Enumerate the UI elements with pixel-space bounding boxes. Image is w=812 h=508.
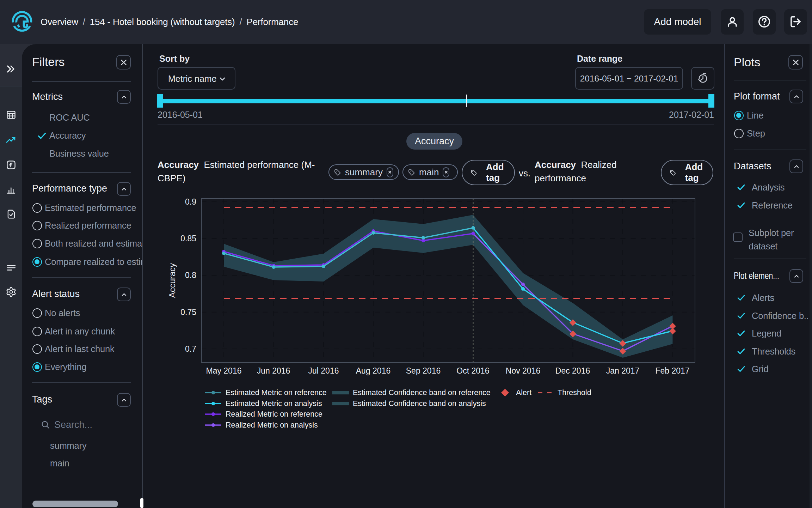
svg-text:Estimated Metric on reference: Estimated Metric on reference bbox=[226, 388, 327, 397]
svg-text:Alert: Alert bbox=[516, 388, 531, 397]
svg-text:Jun 2016: Jun 2016 bbox=[257, 366, 290, 375]
svg-text:May 2016: May 2016 bbox=[206, 366, 241, 375]
svg-text:0.7: 0.7 bbox=[185, 344, 196, 353]
svg-text:Jul 2016: Jul 2016 bbox=[308, 366, 339, 375]
svg-text:0.75: 0.75 bbox=[180, 308, 196, 317]
svg-text:Nov 2016: Nov 2016 bbox=[506, 366, 540, 375]
svg-text:0.9: 0.9 bbox=[185, 197, 196, 206]
svg-text:Estimated Metric on analysis: Estimated Metric on analysis bbox=[226, 399, 322, 408]
svg-text:Estimated Confidence band on a: Estimated Confidence band on analysis bbox=[353, 399, 486, 408]
svg-text:0.85: 0.85 bbox=[180, 234, 196, 243]
svg-text:Sep 2016: Sep 2016 bbox=[406, 366, 441, 375]
svg-text:0.8: 0.8 bbox=[185, 271, 196, 280]
svg-text:Jan 2017: Jan 2017 bbox=[606, 366, 640, 375]
svg-text:Feb 2017: Feb 2017 bbox=[655, 366, 689, 375]
svg-text:Realized Metric on reference: Realized Metric on reference bbox=[226, 410, 322, 418]
svg-text:Oct 2016: Oct 2016 bbox=[456, 366, 489, 375]
svg-text:Dec 2016: Dec 2016 bbox=[555, 366, 590, 375]
svg-text:Accuracy: Accuracy bbox=[167, 263, 177, 298]
svg-text:Realized Metric on analysis: Realized Metric on analysis bbox=[226, 421, 318, 429]
svg-text:Threshold: Threshold bbox=[558, 388, 591, 397]
svg-text:Aug 2016: Aug 2016 bbox=[356, 366, 390, 375]
svg-text:Estimated Confidence band on r: Estimated Confidence band on reference bbox=[353, 388, 491, 397]
